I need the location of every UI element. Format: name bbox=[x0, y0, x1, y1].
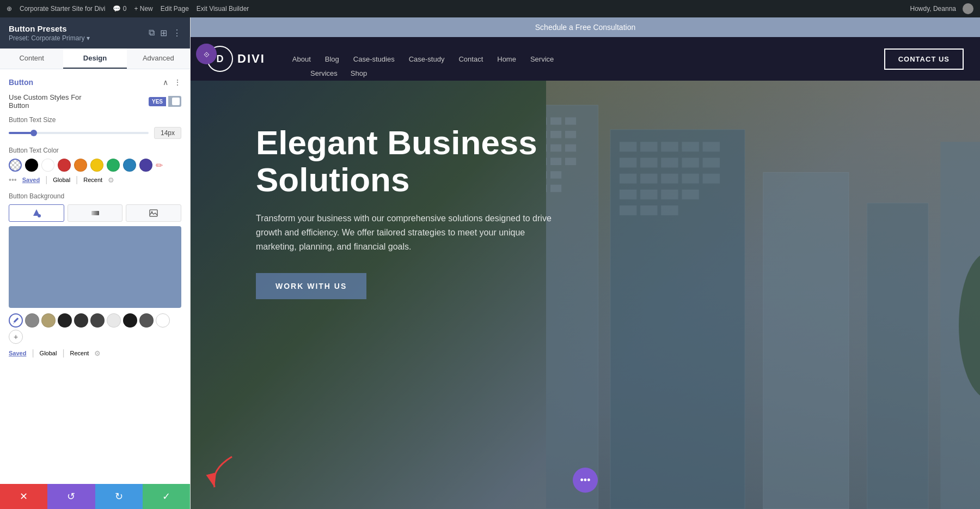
nav-second-row: Services Shop bbox=[305, 66, 372, 81]
nav-services[interactable]: Services bbox=[305, 66, 343, 81]
nav-blog[interactable]: Blog bbox=[320, 52, 345, 66]
preview-area: ⟐ Schedule a Free Consultation D DIVI Ab… bbox=[191, 17, 980, 509]
text-size-slider-track[interactable] bbox=[9, 132, 149, 134]
howdy-text: Howdy, Deanna bbox=[910, 5, 957, 13]
floating-dots-button[interactable]: ••• bbox=[573, 468, 598, 493]
svg-rect-1 bbox=[91, 211, 99, 215]
bcs-active-icon[interactable] bbox=[9, 313, 23, 328]
bottom-tab-saved[interactable]: Saved bbox=[9, 350, 26, 356]
bg-image-tab[interactable] bbox=[126, 204, 181, 222]
color-swatch-black[interactable] bbox=[25, 159, 38, 172]
panel-content: Button ∧ ⋮ Use Custom Styles For Button … bbox=[0, 69, 190, 484]
section-more-icon[interactable]: ⋮ bbox=[174, 78, 181, 87]
bg-preview bbox=[9, 226, 181, 308]
nav-home[interactable]: Home bbox=[492, 52, 522, 66]
color-tab-recent[interactable]: Recent bbox=[83, 177, 102, 183]
bcs-dark3[interactable] bbox=[90, 313, 105, 328]
hero-cta-button[interactable]: WORK WITH US bbox=[256, 273, 366, 299]
bottom-tab-global[interactable]: Global bbox=[40, 350, 57, 356]
bcs-tan[interactable] bbox=[41, 313, 56, 328]
divi-fab-button[interactable]: ⟐ bbox=[196, 44, 217, 64]
redo-button[interactable]: ↻ bbox=[95, 484, 143, 509]
hero-content: Elegant Business Solutions Transform you… bbox=[191, 81, 626, 332]
text-size-slider-row: 14px bbox=[9, 127, 181, 139]
wp-logo-icon[interactable]: ⊕ bbox=[7, 5, 12, 13]
nav-case-study[interactable]: Case-study bbox=[403, 52, 450, 66]
nav-shop[interactable]: Shop bbox=[345, 66, 372, 81]
section-header: Button ∧ ⋮ bbox=[9, 78, 181, 87]
panel-more-icon[interactable]: ⋮ bbox=[173, 28, 181, 38]
bg-color-tab[interactable] bbox=[9, 204, 64, 222]
logo-text: DIVI bbox=[237, 52, 265, 66]
edit-page-link[interactable]: Edit Page bbox=[161, 5, 189, 13]
undo-icon: ↺ bbox=[67, 490, 75, 502]
panel-copy-icon[interactable]: ⧉ bbox=[149, 28, 155, 38]
color-swatch-white[interactable] bbox=[41, 159, 54, 172]
image-icon bbox=[149, 208, 158, 218]
text-size-label: Button Text Size bbox=[9, 116, 181, 124]
save-button[interactable]: ✓ bbox=[143, 484, 190, 509]
color-swatch-purple[interactable] bbox=[139, 159, 152, 172]
text-color-swatches: ✏ bbox=[9, 159, 181, 172]
bcs-mid[interactable] bbox=[139, 313, 154, 328]
tab-advanced[interactable]: Advanced bbox=[127, 49, 190, 69]
button-text-size-field: Button Text Size 14px bbox=[9, 116, 181, 139]
toggle-yes-label: YES bbox=[149, 97, 166, 106]
site-name-link[interactable]: Corporate Starter Site for Divi bbox=[20, 5, 105, 13]
dots-icon: ••• bbox=[580, 475, 591, 486]
bottom-tab-recent[interactable]: Recent bbox=[70, 350, 89, 356]
nav-service[interactable]: Service bbox=[525, 52, 559, 66]
color-tab-saved[interactable]: Saved bbox=[22, 177, 40, 183]
bg-type-tabs bbox=[9, 204, 181, 222]
close-button[interactable]: ✕ bbox=[0, 484, 47, 509]
exit-builder-link[interactable]: Exit Visual Builder bbox=[197, 5, 249, 13]
bg-gradient-tab[interactable] bbox=[68, 204, 123, 222]
contact-us-button[interactable]: CONTACT US bbox=[884, 49, 964, 70]
color-settings-icon[interactable]: ⚙ bbox=[108, 176, 114, 184]
nav-about[interactable]: About bbox=[287, 52, 316, 66]
notification-text: Schedule a Free Consultation bbox=[535, 23, 635, 32]
tab-design[interactable]: Design bbox=[63, 49, 126, 69]
panel-preset-label[interactable]: Preset: Corporate Primary ▾ bbox=[9, 34, 90, 42]
color-swatch-transparent[interactable] bbox=[9, 159, 22, 172]
toggle-switch[interactable]: YES bbox=[149, 96, 181, 107]
tab-content[interactable]: Content bbox=[0, 49, 63, 69]
panel-tabs: Content Design Advanced bbox=[0, 49, 190, 69]
button-background-field: Button Background bbox=[9, 192, 181, 358]
bcs-darkest[interactable] bbox=[123, 313, 137, 328]
new-button[interactable]: + New bbox=[134, 5, 152, 13]
arrow-indicator bbox=[201, 452, 245, 498]
color-tab-global[interactable]: Global bbox=[53, 177, 70, 183]
use-custom-label-2: Button bbox=[9, 101, 82, 110]
bcs-gray[interactable] bbox=[25, 313, 39, 328]
toggle-handle[interactable] bbox=[168, 96, 181, 107]
nav-case-studies[interactable]: Case-studies bbox=[348, 52, 400, 66]
admin-bar: ⊕ Corporate Starter Site for Divi 💬 0 + … bbox=[0, 0, 980, 17]
section-collapse-icon[interactable]: ∧ bbox=[163, 78, 168, 87]
color-swatch-blue[interactable] bbox=[123, 159, 136, 172]
bottom-color-tabs-row: Saved | Global | Recent ⚙ bbox=[9, 348, 181, 358]
color-swatch-red[interactable] bbox=[58, 159, 71, 172]
add-color-button[interactable]: + bbox=[9, 330, 23, 344]
bcs-dark1[interactable] bbox=[58, 313, 72, 328]
notification-bar[interactable]: Schedule a Free Consultation bbox=[191, 17, 980, 37]
color-swatch-green[interactable] bbox=[107, 159, 120, 172]
text-size-slider-thumb[interactable] bbox=[30, 130, 37, 136]
panel-grid-icon[interactable]: ⊞ bbox=[160, 28, 167, 38]
bcs-dark2[interactable] bbox=[74, 313, 88, 328]
undo-button[interactable]: ↺ bbox=[47, 484, 95, 509]
color-swatch-yellow[interactable] bbox=[90, 159, 103, 172]
color-swatch-orange[interactable] bbox=[74, 159, 87, 172]
bottom-settings-icon[interactable]: ⚙ bbox=[94, 349, 101, 357]
section-title: Button bbox=[9, 78, 33, 87]
text-size-value[interactable]: 14px bbox=[154, 127, 181, 139]
comments-icon[interactable]: 💬 0 bbox=[113, 5, 126, 13]
bcs-light[interactable] bbox=[107, 313, 121, 328]
hero-title: Elegant Business Solutions bbox=[256, 124, 561, 198]
bcs-empty[interactable] bbox=[156, 313, 170, 328]
color-pen-icon[interactable]: ✏ bbox=[156, 160, 163, 171]
nav-contact[interactable]: Contact bbox=[453, 52, 488, 66]
site-nav: About Blog Case-studies Case-study Conta… bbox=[287, 52, 884, 66]
panel-header-icons: ⧉ ⊞ ⋮ bbox=[149, 28, 181, 38]
dots-expand-icon[interactable]: ••• bbox=[9, 175, 17, 184]
